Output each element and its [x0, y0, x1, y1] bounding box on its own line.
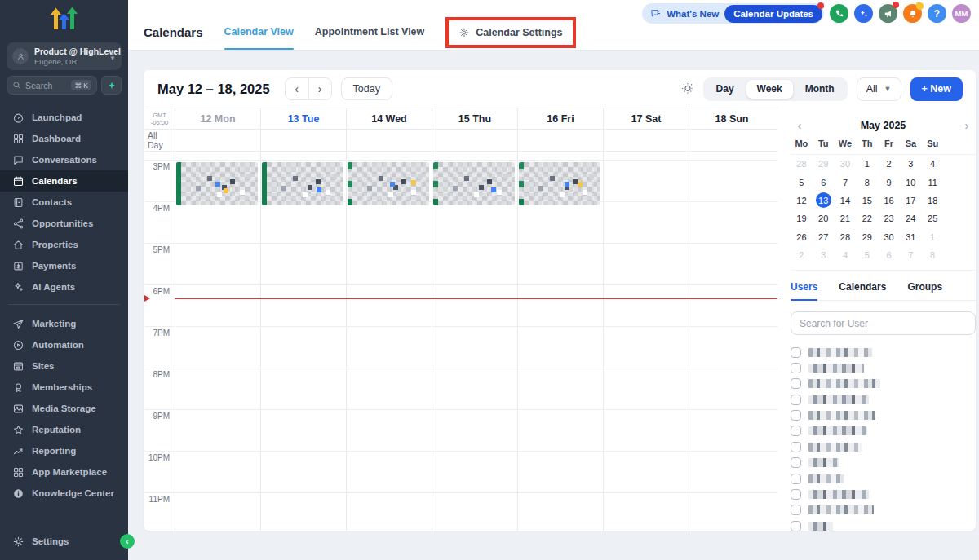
mini-cal-day-4[interactable]: 4 [922, 155, 944, 173]
sidebar-item-contacts[interactable]: Contacts [0, 192, 128, 213]
mini-cal-day-1[interactable]: 1 [922, 228, 944, 246]
account-switcher[interactable]: Product @ HighLevel Eugene, OR ▲▼ [7, 42, 122, 70]
sidebar-item-reputation[interactable]: Reputation [0, 419, 128, 440]
user-checkbox[interactable] [791, 410, 801, 421]
mini-cal-day-22[interactable]: 22 [856, 209, 878, 227]
mini-cal-day-19[interactable]: 19 [791, 209, 813, 227]
sidebar-search-input[interactable]: Search ⌘ K [7, 76, 97, 95]
mini-cal-day-25[interactable]: 25 [922, 209, 944, 227]
mini-cal-day-11[interactable]: 11 [922, 173, 944, 191]
avatar[interactable]: MM [952, 4, 971, 23]
sidebar-item-conversations[interactable]: Conversations [0, 149, 128, 170]
sidebar-item-app-marketplace[interactable]: App Marketplace [0, 461, 128, 483]
help-icon[interactable]: ? [928, 4, 946, 23]
event-redacted[interactable] [348, 162, 429, 205]
calendar-filter-dropdown[interactable]: All ▼ [857, 77, 901, 101]
all-day-cell[interactable] [260, 130, 346, 151]
time-grid[interactable]: 3PM4PM5PM6PM7PM8PM9PM10PM11PM [144, 152, 777, 531]
view-month-button[interactable]: Month [795, 80, 845, 99]
mini-cal-day-16[interactable]: 16 [878, 192, 900, 209]
event-redacted[interactable] [176, 162, 258, 205]
mini-cal-day-30[interactable]: 30 [878, 228, 900, 246]
tab-appointment-list-view[interactable]: Appointment List View [315, 26, 425, 50]
all-day-cell[interactable] [603, 130, 689, 151]
all-day-cell[interactable] [432, 130, 517, 151]
mini-cal-day-3[interactable]: 3 [813, 246, 835, 264]
mini-cal-day-12[interactable]: 12 [791, 192, 813, 209]
calendar-updates-button[interactable]: Calendar Updates [724, 5, 822, 23]
user-checkbox[interactable] [791, 378, 801, 389]
day-header-17[interactable]: 17 Sat [603, 108, 689, 129]
mini-cal-day-10[interactable]: 10 [900, 173, 922, 191]
mini-cal-day-8[interactable]: 8 [856, 173, 878, 191]
mini-cal-day-31[interactable]: 31 [900, 228, 922, 246]
next-week-button[interactable]: › [308, 78, 331, 99]
event-redacted[interactable] [433, 162, 515, 205]
mini-cal-day-13[interactable]: 13 [813, 192, 835, 209]
day-header-12[interactable]: 12 Mon [175, 108, 260, 129]
mini-cal-day-27[interactable]: 27 [813, 228, 835, 246]
user-checkbox[interactable] [791, 363, 801, 373]
mini-cal-day-28[interactable]: 28 [791, 155, 813, 173]
sidebar-item-calendars[interactable]: Calendars [0, 170, 128, 192]
mini-cal-day-5[interactable]: 5 [856, 246, 878, 264]
ai-assistant-button[interactable] [101, 76, 122, 95]
view-week-button[interactable]: Week [746, 80, 793, 99]
all-day-cell[interactable] [689, 130, 774, 151]
mini-cal-day-15[interactable]: 15 [856, 192, 878, 209]
sidebar-item-settings[interactable]: Settings [0, 531, 128, 552]
day-header-18[interactable]: 18 Sun [689, 108, 774, 129]
mini-cal-day-21[interactable]: 21 [835, 209, 857, 227]
panel-tab-users[interactable]: Users [791, 281, 817, 300]
mini-cal-day-29[interactable]: 29 [856, 228, 878, 246]
sidebar-item-payments[interactable]: Payments [0, 255, 128, 276]
mini-cal-day-24[interactable]: 24 [900, 209, 922, 227]
today-button[interactable]: Today [341, 77, 392, 100]
sidebar-item-dashboard[interactable]: Dashboard [0, 128, 128, 149]
mini-cal-day-14[interactable]: 14 [835, 192, 857, 209]
mini-cal-day-8[interactable]: 8 [922, 246, 944, 264]
mini-cal-day-20[interactable]: 20 [813, 209, 835, 227]
all-day-cell[interactable] [175, 130, 260, 151]
sidebar-item-media-storage[interactable]: Media Storage [0, 398, 128, 419]
sidebar-item-properties[interactable]: Properties [0, 234, 128, 255]
mini-cal-day-28[interactable]: 28 [835, 228, 857, 246]
sidebar-item-launchpad[interactable]: Launchpad [0, 107, 128, 128]
mini-cal-day-1[interactable]: 1 [856, 155, 878, 173]
mini-cal-day-29[interactable]: 29 [813, 155, 835, 173]
tab-calendar-view[interactable]: Calendar View [224, 26, 294, 50]
mini-cal-day-7[interactable]: 7 [900, 246, 922, 264]
day-header-14[interactable]: 14 Wed [346, 108, 432, 129]
all-day-cell[interactable] [517, 130, 603, 151]
mini-cal-day-6[interactable]: 6 [878, 246, 900, 264]
user-checkbox[interactable] [791, 442, 801, 452]
user-checkbox[interactable] [791, 521, 801, 531]
whats-new-pill[interactable]: What's New Calendar Updates [642, 3, 824, 24]
sidebar-item-ai-agents[interactable]: AI Agents [0, 276, 128, 298]
mini-cal-day-18[interactable]: 18 [922, 192, 944, 209]
mini-cal-day-9[interactable]: 9 [878, 173, 900, 191]
mini-cal-day-2[interactable]: 2 [878, 155, 900, 173]
phone-icon[interactable] [830, 4, 848, 23]
event-redacted[interactable] [519, 162, 600, 205]
user-checkbox[interactable] [791, 395, 801, 405]
sidebar-collapse-button[interactable]: ‹ [120, 534, 135, 549]
day-header-16[interactable]: 16 Fri [517, 108, 603, 129]
sidebar-item-sites[interactable]: Sites [0, 355, 128, 377]
megaphone-icon[interactable] [879, 4, 897, 23]
mini-cal-day-30[interactable]: 30 [835, 155, 857, 173]
user-checkbox[interactable] [791, 426, 801, 436]
sidebar-item-knowledge-center[interactable]: Knowledge Center [0, 483, 128, 504]
mini-cal-next-icon[interactable]: › [958, 119, 976, 131]
prev-week-button[interactable]: ‹ [286, 78, 308, 99]
bell-icon[interactable] [903, 4, 922, 23]
sparkles-icon[interactable] [854, 4, 873, 23]
new-appointment-button[interactable]: + New [910, 77, 963, 101]
sidebar-item-memberships[interactable]: Memberships [0, 377, 128, 398]
mini-cal-day-26[interactable]: 26 [791, 228, 813, 246]
tips-bulb-icon[interactable] [681, 82, 694, 95]
mini-cal-day-3[interactable]: 3 [900, 155, 922, 173]
mini-cal-day-2[interactable]: 2 [791, 246, 813, 264]
panel-tab-calendars[interactable]: Calendars [839, 281, 886, 300]
mini-cal-day-4[interactable]: 4 [835, 246, 857, 264]
